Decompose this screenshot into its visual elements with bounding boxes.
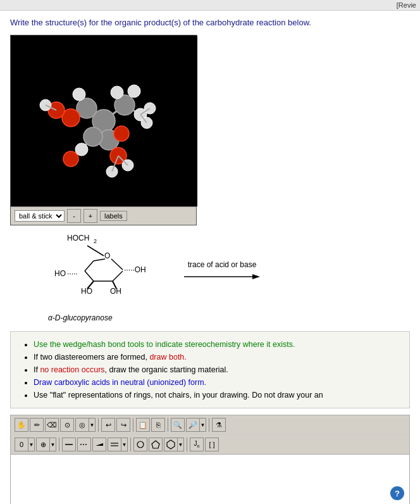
hexagon-arrow[interactable]: ▼ <box>178 438 184 451</box>
svg-line-49 <box>113 271 123 281</box>
help-button[interactable]: ? <box>390 486 404 500</box>
sep-5 <box>59 438 59 451</box>
review-label: [Revie <box>397 1 416 9</box>
reaction-label: trace of acid or base <box>188 260 257 269</box>
svg-marker-66 <box>167 440 175 449</box>
drawing-toolbar-row1: ✋ ✏ ⌫ ⊙ ◎ ▼ ↩ ↪ 📋 ⎘ 🔍 🔎 ▼ ⚗ <box>10 415 410 434</box>
subscript-button[interactable]: Jn <box>190 438 204 451</box>
instruction-item-3: If no reaction occurs, draw the organic … <box>34 363 399 376</box>
svg-text:O: O <box>104 251 110 260</box>
svg-line-42 <box>87 246 104 256</box>
svg-point-24 <box>63 151 78 167</box>
molecule-3d-svg <box>11 35 197 206</box>
undo-button[interactable]: ↩ <box>101 418 115 432</box>
svg-point-29 <box>75 143 88 156</box>
top-bar: [Revie <box>0 0 420 11</box>
svg-line-44 <box>111 259 123 270</box>
redo-button[interactable]: ↪ <box>116 418 130 432</box>
zoom-in-button[interactable]: + <box>83 209 97 223</box>
zoom-out-button[interactable]: - <box>67 209 81 223</box>
hand-tool-button[interactable]: ✋ <box>15 418 28 432</box>
zoom-arrow[interactable]: ▼ <box>200 418 206 432</box>
instruction-item-4: Draw carboxylic acids in neutral (unioni… <box>34 376 399 389</box>
instructions-box: Use the wedge/hash bond tools to indicat… <box>10 331 410 408</box>
cross-button[interactable]: ⊕ <box>36 438 50 451</box>
double-bond-dropdown: ▼ <box>108 438 128 451</box>
structure-area: HOCH 2 O HO ····· <box>48 232 410 310</box>
drawing-canvas[interactable]: ? <box>10 454 410 504</box>
zero-arrow[interactable]: ▼ <box>28 438 35 451</box>
template-button[interactable]: ⚗ <box>212 418 226 432</box>
glucopyranose-svg: HOCH 2 O HO ····· <box>48 232 159 308</box>
sep-7 <box>187 438 187 451</box>
labels-button[interactable]: labels <box>100 211 127 221</box>
pencil-tool-button[interactable]: ✏ <box>30 418 44 432</box>
svg-text:HOCH: HOCH <box>67 234 89 243</box>
cross-dropdown: ⊕ ▼ <box>36 438 56 451</box>
sep-2 <box>133 418 133 432</box>
molecule-viewer: ball & stick wireframe stick spacefill -… <box>10 35 197 225</box>
sep-6 <box>130 438 131 451</box>
compound-name: α-D-glucopyranose <box>48 313 410 322</box>
copy-button[interactable]: ⎘ <box>151 418 165 432</box>
paste-button[interactable]: 📋 <box>136 418 150 432</box>
bold-bond-button[interactable] <box>92 438 106 451</box>
instructions-list: Use the wedge/hash bond tools to indicat… <box>21 338 399 401</box>
zoom-in-button[interactable]: 🔍 <box>171 418 185 432</box>
svg-text:HO: HO <box>54 269 66 278</box>
cross-arrow[interactable]: ▼ <box>50 438 56 451</box>
pentagon-button[interactable] <box>149 438 163 451</box>
ring-select-arrow[interactable]: ▼ <box>89 418 96 432</box>
sep-4 <box>209 418 209 432</box>
instruction-item-2: If two diastereomers are formed, draw bo… <box>34 351 399 363</box>
svg-text:·····: ····· <box>67 269 78 278</box>
compound-name-text: α-D-glucopyranose <box>48 313 113 322</box>
reaction-arrow-svg <box>184 272 260 282</box>
svg-marker-58 <box>252 274 260 279</box>
double-bond-arrow[interactable]: ▼ <box>121 438 128 451</box>
hexagon-button[interactable] <box>164 438 178 451</box>
svg-point-19 <box>83 127 102 146</box>
instruction-item-1: Use the wedge/hash bond tools to indicat… <box>34 338 399 351</box>
svg-point-27 <box>111 86 123 99</box>
zero-button[interactable]: 0 <box>15 438 28 451</box>
reaction-arrow-area: trace of acid or base <box>184 260 260 282</box>
svg-line-47 <box>85 271 94 281</box>
zoom-out-draw-button[interactable]: 🔎 <box>186 418 200 432</box>
svg-marker-65 <box>152 441 159 448</box>
hexagon-dropdown: ▼ <box>164 438 184 451</box>
instruction-text-2b: draw both. <box>149 353 186 362</box>
bracket-button[interactable]: [ ] <box>205 438 219 451</box>
single-bond-button[interactable] <box>62 438 76 451</box>
ring-select-button[interactable]: ◎ <box>75 418 89 432</box>
eraser-tool-button[interactable]: ⌫ <box>45 418 59 432</box>
instruction-text-1: Use the wedge/hash bond tools to indicat… <box>34 340 295 349</box>
drawing-toolbar-row2: 0 ▼ ⊕ ▼ ▼ <box>10 434 410 454</box>
ring-button[interactable] <box>133 438 147 451</box>
instruction-text-4: Draw carboxylic acids in neutral (unioni… <box>34 378 206 387</box>
zero-dropdown: 0 ▼ <box>15 438 35 451</box>
dashed-bond-button[interactable] <box>77 438 91 451</box>
svg-text:HO: HO <box>81 287 92 296</box>
main-content: Write the structure(s) for the organic p… <box>0 11 420 504</box>
svg-line-50 <box>85 261 94 271</box>
svg-text:2: 2 <box>94 238 97 244</box>
structure-svg-container: HOCH 2 O HO ····· <box>48 232 159 310</box>
sep-1 <box>98 418 99 432</box>
instruction-item-5: Use "flat" representations of rings, not… <box>34 389 399 401</box>
zoom-dropdown: 🔎 ▼ <box>186 418 206 432</box>
svg-line-51 <box>94 259 105 261</box>
question-text: Write the structure(s) for the organic p… <box>10 17 410 28</box>
molecule-canvas <box>11 35 197 206</box>
ring-select-dropdown: ◎ ▼ <box>75 418 96 432</box>
svg-text:·····OH: ·····OH <box>124 265 146 274</box>
lasso-tool-button[interactable]: ⊙ <box>60 418 74 432</box>
svg-point-26 <box>128 85 140 98</box>
double-bond-button[interactable] <box>108 438 121 451</box>
display-mode-select[interactable]: ball & stick wireframe stick spacefill <box>15 210 65 222</box>
svg-point-64 <box>137 441 144 448</box>
molecule-toolbar: ball & stick wireframe stick spacefill -… <box>11 206 196 225</box>
svg-point-28 <box>73 88 85 101</box>
instruction-text-3b: no reaction occurs <box>40 365 104 374</box>
svg-marker-61 <box>96 443 103 446</box>
